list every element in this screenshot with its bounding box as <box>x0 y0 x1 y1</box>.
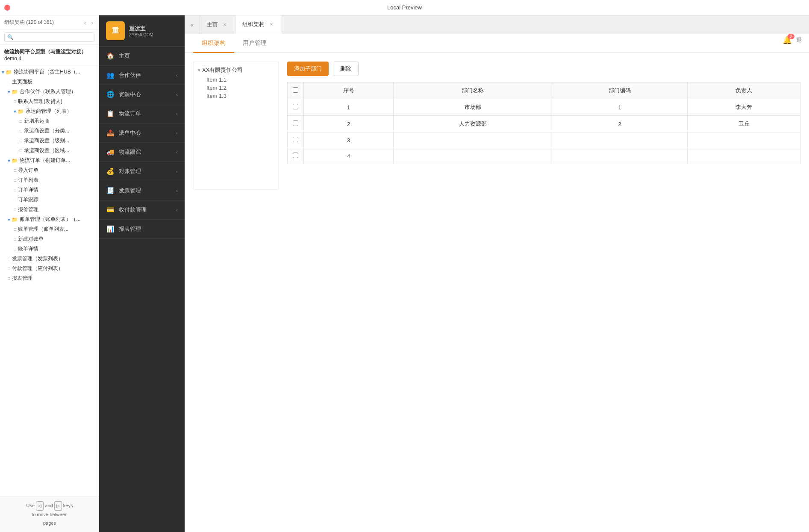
row-checkbox-0[interactable] <box>293 104 298 109</box>
tree-item-t9[interactable]: □ 承运商设置（区域... <box>0 146 99 156</box>
row-checkbox-cell <box>288 116 304 132</box>
tree-item-t22[interactable]: □ 报表管理 <box>0 273 99 283</box>
tree-item-label: 新建对账单 <box>18 235 44 243</box>
row-checkbox-2[interactable] <box>293 137 298 142</box>
tree-item-t2[interactable]: □ 主页面板 <box>0 77 99 87</box>
tree-item-t15[interactable]: □ 报价管理 <box>0 205 99 215</box>
page-icon: □ <box>14 227 16 232</box>
tree-item-t14[interactable]: □ 订单跟踪 <box>0 195 99 205</box>
page-icon: □ <box>14 188 16 192</box>
tab-collapse-button[interactable]: « <box>185 15 200 34</box>
nav-dispatch-label: 派单中心 <box>119 129 141 137</box>
nav-item-logistics_order[interactable]: 📋 物流订单 ‹ <box>99 104 185 123</box>
row-dept-code <box>552 148 687 164</box>
tree-item-t16[interactable]: ▾ 📁 账单管理（账单列表）（... <box>0 215 99 224</box>
tree-item-t7[interactable]: □ 承运商设置（分类... <box>0 126 99 136</box>
nav-item-home[interactable]: 🏠 主页 <box>99 47 185 66</box>
select-all-checkbox[interactable] <box>293 87 298 93</box>
nav-item-left: 📊 报表管理 <box>106 225 141 233</box>
inner-tab-users[interactable]: 用户管理 <box>234 34 275 53</box>
org-root-header[interactable]: ▾ XX有限责任公司 <box>198 66 274 74</box>
org-tree-root: ▾ XX有限责任公司 Item 1.1Item 1.2Item 1.3 <box>198 66 274 100</box>
tree-item-t13[interactable]: □ 订单详情 <box>0 185 99 195</box>
tree-item-t3[interactable]: ▾ 📁 合作伙伴（联系人管理） <box>0 87 99 97</box>
notification-area: 🔔 2 退 <box>776 31 809 50</box>
org-child-item12[interactable]: Item 1.2 <box>206 84 274 92</box>
org-child-item11[interactable]: Item 1.1 <box>206 76 274 84</box>
row-checkbox-cell <box>288 99 304 116</box>
page-icon: □ <box>14 168 16 173</box>
nav-item-payment[interactable]: 💳 收付款管理 ‹ <box>99 200 185 220</box>
row-checkbox-cell <box>288 132 304 148</box>
nav-invoice-arrow: ‹ <box>176 188 178 193</box>
tree-item-t1[interactable]: ▾ 📁 物流协同平台（货主HUB（... <box>0 67 99 77</box>
nav-logistics_order-icon: 📋 <box>106 109 115 118</box>
window-close-button[interactable] <box>4 5 10 11</box>
row-checkbox-1[interactable] <box>293 121 298 126</box>
row-manager: 卫丘 <box>688 116 800 132</box>
tree-item-t19[interactable]: □ 账单详情 <box>0 244 99 254</box>
left-panel-header: 组织架构 (120 of 161) ‹ › <box>0 15 99 30</box>
tab-home[interactable]: 主页 × <box>200 15 235 34</box>
notification-icon[interactable]: 🔔 2 <box>783 35 792 45</box>
tab-org-close[interactable]: × <box>268 21 275 28</box>
tree-item-label: 订单跟踪 <box>18 196 38 203</box>
nav-item-left: 🌐 资源中心 <box>106 90 141 99</box>
tab-org[interactable]: 组织架构 × <box>235 15 282 34</box>
tree-item-t5[interactable]: ▾ 📁 承运商管理（列表） <box>0 106 99 116</box>
nav-item-resource[interactable]: 🌐 资源中心 ‹ <box>99 85 185 104</box>
nav-item-dispatch[interactable]: 📤 派单中心 ‹ <box>99 123 185 143</box>
row-dept-code: 2 <box>552 116 687 132</box>
tree-item-t17[interactable]: □ 账单管理（账单列表... <box>0 224 99 234</box>
org-child-item13[interactable]: Item 1.3 <box>206 92 274 100</box>
search-input[interactable] <box>4 32 94 42</box>
tree-item-t10[interactable]: ▾ 📁 物流订单（创建订单... <box>0 156 99 165</box>
tree-item-t21[interactable]: □ 付款管理（应付列表） <box>0 264 99 273</box>
tree-item-t12[interactable]: □ 订单列表 <box>0 175 99 185</box>
inner-tab-org[interactable]: 组织架构 <box>193 34 234 53</box>
nav-item-invoice[interactable]: 🧾 发票管理 ‹ <box>99 181 185 200</box>
nav-item-left: 💳 收付款管理 <box>106 206 147 214</box>
nav-item-left: 📋 物流订单 <box>106 109 141 118</box>
tree-item-label: 主页面板 <box>12 78 32 85</box>
dept-table: 序号 部门名称 部门编码 负责人 1 市场部 1 李大奔 2 <box>287 82 800 164</box>
page-icon: □ <box>14 237 16 241</box>
tree-item-t11[interactable]: □ 导入订单 <box>0 165 99 175</box>
nav-item-accounting[interactable]: 💰 对账管理 ‹ <box>99 162 185 181</box>
nav-item-left: 🚚 物流跟踪 <box>106 148 141 156</box>
table-row: 3 <box>288 132 800 148</box>
tree-item-label: 承运商设置（分类... <box>24 127 69 135</box>
nav-item-report[interactable]: 📊 报表管理 <box>99 220 185 239</box>
nav-prev-button[interactable]: ‹ <box>83 19 88 26</box>
delete-button[interactable]: 删除 <box>333 62 359 76</box>
signout-icon[interactable]: 退 <box>796 36 802 44</box>
nav-item-partner[interactable]: 👥 合作伙伴 ‹ <box>99 66 185 85</box>
nav-payment-icon: 💳 <box>106 206 115 214</box>
nav-next-button[interactable]: › <box>90 19 94 26</box>
search-bar <box>0 30 99 45</box>
tree-item-t4[interactable]: □ 联系人管理(发货人) <box>0 97 99 106</box>
nav-partner-arrow: ‹ <box>176 73 178 78</box>
row-checkbox-3[interactable] <box>293 153 298 158</box>
nav-item-left: 📤 派单中心 <box>106 129 141 137</box>
nav-payment-label: 收付款管理 <box>119 206 147 214</box>
page-icon: □ <box>14 207 16 212</box>
nav-partner-label: 合作伙伴 <box>119 71 141 79</box>
tree-item-t20[interactable]: □ 发票管理（发票列表） <box>0 254 99 264</box>
page-icon: □ <box>20 148 22 153</box>
tree-item-t8[interactable]: □ 承运商设置（级别... <box>0 136 99 146</box>
row-manager: 李大奔 <box>688 99 800 116</box>
page-content: 组织架构 用户管理 ▾ XX有限责任公司 Item 1.1Item 1.2Ite… <box>185 34 809 532</box>
folder-icon: ▾ 📁 <box>14 109 24 115</box>
tree-item-t18[interactable]: □ 新建对账单 <box>0 234 99 244</box>
row-dept-name <box>394 148 552 164</box>
row-seq: 3 <box>304 132 394 148</box>
nav-item-tracking[interactable]: 🚚 物流跟踪 ‹ <box>99 143 185 162</box>
row-dept-code: 1 <box>552 99 687 116</box>
tree-item-label: 账单详情 <box>18 245 38 253</box>
tree-item-t6[interactable]: □ 新增承运商 <box>0 116 99 126</box>
row-seq: 1 <box>304 99 394 116</box>
page-icon: □ <box>14 99 16 104</box>
tab-home-close[interactable]: × <box>221 21 228 28</box>
add-dept-button[interactable]: 添加子部门 <box>287 62 329 76</box>
